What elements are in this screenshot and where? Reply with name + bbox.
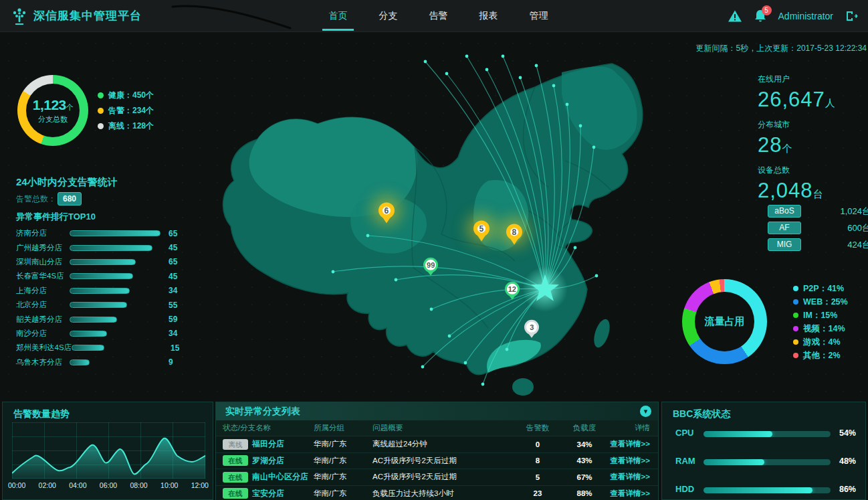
issue-summary: 负载压力过大持续3小时 bbox=[372, 489, 516, 499]
col-detail: 详情 bbox=[610, 423, 658, 433]
legend-dot bbox=[793, 339, 798, 345]
top10-value: 55 bbox=[169, 301, 177, 310]
load-percent: 34% bbox=[559, 440, 610, 448]
system-bar-percent: 86% bbox=[839, 485, 856, 494]
branch-total-number: 1,123个 bbox=[33, 97, 74, 113]
legend-label: 离线：128个 bbox=[108, 120, 154, 132]
map-pin-6[interactable]: 6 bbox=[378, 202, 395, 227]
branch-donut-legend: 健康：450个告警：234个离线：128个 bbox=[98, 88, 154, 134]
trend-x-axis-labels: 00:0002:0004:0006:0008:0010:0012:00 bbox=[8, 481, 209, 489]
top10-value: 34 bbox=[169, 286, 177, 295]
warning-icon[interactable] bbox=[728, 9, 742, 23]
branch-group: 华南/广东 bbox=[314, 439, 372, 449]
top10-bar bbox=[70, 331, 107, 337]
map-pin-count: 5 bbox=[473, 220, 490, 236]
load-percent: 88% bbox=[559, 489, 610, 497]
system-bar-fill bbox=[703, 487, 812, 493]
top10-row: 郑州美利达4S店15 bbox=[16, 341, 190, 355]
username-menu[interactable]: Administrator bbox=[778, 11, 833, 21]
system-bar-track bbox=[703, 431, 831, 437]
stat-value: 28个 bbox=[758, 131, 836, 163]
traffic-donut-label: 流量占用 bbox=[705, 315, 745, 328]
branch-name: 罗湖分店 bbox=[252, 455, 314, 467]
top10-row: 济南分店65 bbox=[16, 226, 190, 240]
x-axis-tick: 04:00 bbox=[69, 481, 86, 489]
top10-bar bbox=[70, 230, 160, 236]
legend-dot bbox=[98, 108, 104, 114]
top10-bar bbox=[70, 302, 127, 308]
top10-branch-name: 乌鲁木齐分店 bbox=[16, 357, 70, 367]
legend-label: 游戏：4% bbox=[803, 337, 841, 348]
stat-label: 分布城市 bbox=[758, 119, 836, 131]
stat-unit: 人 bbox=[825, 97, 836, 108]
branch-group: 华南/广东 bbox=[314, 472, 372, 482]
top10-bar bbox=[72, 345, 104, 351]
legend-label: IM：15% bbox=[803, 310, 837, 321]
logout-icon[interactable] bbox=[845, 10, 859, 22]
top10-bar-track bbox=[70, 273, 160, 279]
system-bar-label: HDD bbox=[675, 484, 694, 494]
top10-branch-name: 长春富华4S店 bbox=[16, 271, 70, 281]
main-nav: 首页 分支 告警 报表 管理 bbox=[313, 0, 564, 32]
top10-branch-name: 韶关越秀分店 bbox=[16, 315, 70, 325]
top10-bar-track bbox=[70, 245, 160, 251]
update-info-text: 更新间隔：5秒，上次更新：2017-5-23 12:22:34 bbox=[696, 43, 867, 54]
legend-label: 健康：450个 bbox=[108, 90, 154, 101]
map-pin-tail bbox=[508, 294, 516, 303]
top10-row: 深圳南山分店65 bbox=[16, 255, 190, 269]
top10-bar-track bbox=[70, 331, 160, 337]
top10-bar-track bbox=[70, 359, 160, 365]
view-detail-link[interactable]: 查看详情>> bbox=[610, 439, 658, 449]
top10-row: 广州越秀分店45 bbox=[16, 240, 190, 254]
legend-item: 告警：234个 bbox=[98, 103, 154, 118]
system-bar-fill bbox=[703, 431, 772, 437]
nav-tab-alarms[interactable]: 告警 bbox=[413, 0, 463, 32]
top10-branch-name: 南沙分店 bbox=[16, 329, 70, 339]
top10-value: 45 bbox=[169, 272, 177, 281]
nav-tab-admin[interactable]: 管理 bbox=[514, 0, 564, 32]
legend-label: 视频：14% bbox=[803, 323, 845, 335]
table-column-headers: 状态/分支名称 所属分组 问题概要 告警数 负载度 详情 bbox=[216, 420, 658, 436]
x-axis-tick: 12:00 bbox=[191, 481, 209, 489]
system-bar-row: HDD86% bbox=[662, 484, 865, 497]
map-pin-99[interactable]: 99 bbox=[423, 258, 438, 280]
legend-item: IM：15% bbox=[793, 309, 848, 322]
map-pin-3[interactable]: 3 bbox=[524, 319, 539, 341]
device-count: 1,024台 bbox=[829, 205, 868, 218]
col-status-name: 状态/分支名称 bbox=[223, 423, 314, 433]
top10-bar-track bbox=[70, 259, 160, 265]
device-count-list: aBoS1,024台AF600台MIG424台 bbox=[768, 203, 868, 253]
alarm-count: 23 bbox=[516, 489, 559, 497]
chevron-down-icon[interactable]: ▾ bbox=[640, 406, 651, 417]
map-pin-5[interactable]: 5 bbox=[473, 220, 490, 245]
branch-name: 福田分店 bbox=[252, 438, 314, 450]
alarm-total-badge: 680 bbox=[58, 192, 82, 205]
bell-icon[interactable]: 5 bbox=[754, 9, 766, 23]
nav-tab-reports[interactable]: 报表 bbox=[463, 0, 514, 32]
nav-tab-branches[interactable]: 分支 bbox=[363, 0, 413, 32]
view-detail-link[interactable]: 查看详情>> bbox=[610, 456, 658, 466]
top10-bar-track bbox=[72, 345, 162, 351]
top10-branch-name: 上海分店 bbox=[16, 286, 70, 296]
stat-label: 在线用户 bbox=[758, 74, 836, 85]
hainan-island bbox=[512, 378, 534, 396]
decorative-swoosh bbox=[167, 1, 294, 31]
legend-label: WEB：25% bbox=[803, 297, 848, 308]
trend-title: 告警数量趋势 bbox=[13, 408, 70, 420]
top10-value: 65 bbox=[169, 229, 177, 238]
top10-value: 59 bbox=[169, 315, 177, 324]
col-group: 所属分组 bbox=[314, 423, 372, 433]
top10-value: 34 bbox=[169, 329, 177, 338]
stat-number: 26,647 bbox=[758, 88, 825, 111]
top10-bar-track bbox=[70, 302, 160, 308]
nav-tab-home[interactable]: 首页 bbox=[313, 0, 363, 32]
china-map: 65899123 bbox=[201, 47, 682, 400]
map-pin-12[interactable]: 12 bbox=[505, 281, 520, 303]
view-detail-link[interactable]: 查看详情>> bbox=[610, 472, 658, 482]
view-detail-link[interactable]: 查看详情>> bbox=[610, 489, 658, 499]
top10-value: 15 bbox=[171, 343, 179, 353]
top10-bar-list: 济南分店65广州越秀分店45深圳南山分店65长春富华4S店45上海分店34北京分… bbox=[16, 226, 190, 369]
map-pin-8[interactable]: 8 bbox=[506, 224, 522, 249]
top10-bar bbox=[70, 273, 133, 279]
legend-label: 其他：2% bbox=[803, 350, 841, 361]
